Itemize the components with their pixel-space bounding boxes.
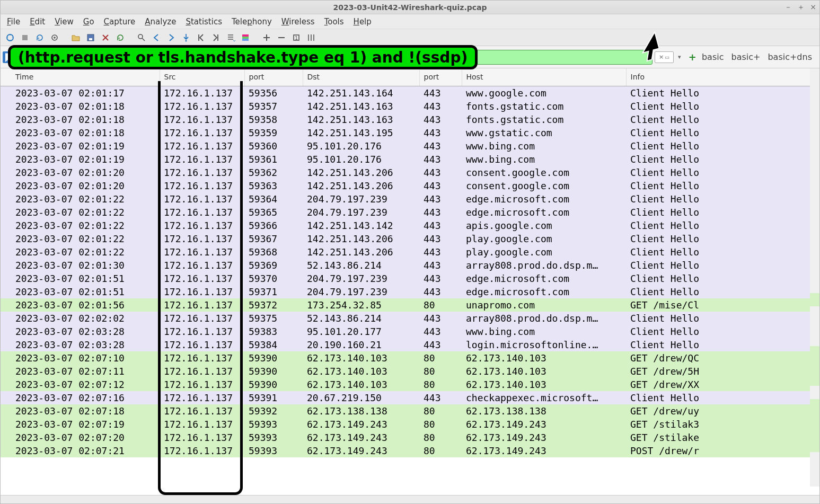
menu-telephony[interactable]: Telephony <box>227 15 276 29</box>
stop-capture-icon[interactable] <box>19 31 31 44</box>
cell: consent.google.com <box>462 179 626 192</box>
cell: apis.google.com <box>462 219 626 232</box>
vertical-scrollbar-track[interactable] <box>810 68 819 487</box>
packet-row[interactable]: 2023-03-07 02:07:18172.16.1.1375939262.1… <box>1 404 819 418</box>
packet-row[interactable]: 2023-03-07 02:07:16172.16.1.1375939120.6… <box>1 391 819 404</box>
cell: 443 <box>419 86 462 100</box>
column-header-time[interactable]: Time <box>1 68 160 86</box>
cell: 443 <box>419 179 462 192</box>
go-back-icon[interactable] <box>150 31 163 44</box>
cell: consent.google.com <box>462 166 626 179</box>
filter-preset-basicplusdns[interactable]: basic+dns <box>768 52 812 62</box>
cell: 2023-03-07 02:07:10 <box>1 351 160 365</box>
cell: 52.143.86.214 <box>303 312 419 325</box>
column-header-dst[interactable]: Dst <box>303 68 419 86</box>
packet-row[interactable]: 2023-03-07 02:02:02172.16.1.1375937552.1… <box>1 312 819 325</box>
packet-row[interactable]: 2023-03-07 02:01:22172.16.1.13759366142.… <box>1 219 819 232</box>
packet-row[interactable]: 2023-03-07 02:01:18172.16.1.13759359142.… <box>1 126 819 139</box>
menu-capture[interactable]: Capture <box>100 15 140 29</box>
filter-preset-basic[interactable]: basic <box>702 52 724 62</box>
packet-row[interactable]: 2023-03-07 02:01:19172.16.1.1375936095.1… <box>1 139 819 153</box>
zoom-out-icon[interactable] <box>275 31 288 44</box>
zoom-in-icon[interactable] <box>260 31 273 44</box>
packet-row[interactable]: 2023-03-07 02:07:19172.16.1.1375939362.1… <box>1 418 819 431</box>
restart-capture-icon[interactable] <box>33 31 46 44</box>
cell: 172.16.1.137 <box>160 153 244 166</box>
filter-bookmark-button[interactable] <box>3 51 13 63</box>
packet-row[interactable]: 2023-03-07 02:07:20172.16.1.1375939362.1… <box>1 431 819 444</box>
packet-row[interactable]: 2023-03-07 02:01:22172.16.1.13759364204.… <box>1 192 819 206</box>
cell: 2023-03-07 02:01:18 <box>1 126 160 139</box>
menu-tools[interactable]: Tools <box>320 15 348 29</box>
menu-view[interactable]: View <box>50 15 78 29</box>
window-title: 2023-03-Unit42-Wireshark-quiz.pcap <box>1 3 819 12</box>
cell: edge.microsoft.com <box>462 285 626 298</box>
cell: 142.251.143.195 <box>303 126 419 139</box>
menu-help[interactable]: Help <box>349 15 376 29</box>
resize-columns-icon[interactable] <box>305 31 318 44</box>
packet-row[interactable]: 2023-03-07 02:01:19172.16.1.1375936195.1… <box>1 153 819 166</box>
menu-go[interactable]: Go <box>79 15 99 29</box>
horizontal-scrollbar[interactable] <box>1 495 819 503</box>
maximize-button[interactable]: ＋ <box>797 3 805 12</box>
column-header-src[interactable]: Src <box>160 68 244 86</box>
column-header-port[interactable]: port <box>244 68 303 86</box>
packet-row[interactable]: 2023-03-07 02:03:28172.16.1.1375938420.1… <box>1 338 819 351</box>
menu-wireless[interactable]: Wireless <box>277 15 319 29</box>
display-filter-input[interactable] <box>15 50 653 65</box>
menu-file[interactable]: File <box>3 15 24 29</box>
packet-table[interactable]: TimeSrcportDstportHostInfo 2023-03-07 02… <box>1 68 819 457</box>
packet-row[interactable]: 2023-03-07 02:01:51172.16.1.13759371204.… <box>1 285 819 298</box>
packet-row[interactable]: 2023-03-07 02:01:30172.16.1.1375936952.1… <box>1 259 819 272</box>
packet-row[interactable]: 2023-03-07 02:01:18172.16.1.13759357142.… <box>1 100 819 113</box>
close-file-icon[interactable] <box>99 31 112 44</box>
cell: fonts.gstatic.com <box>462 100 626 113</box>
menu-analyze[interactable]: Analyze <box>140 15 180 29</box>
capture-options-icon[interactable] <box>48 31 61 44</box>
packet-row[interactable]: 2023-03-07 02:01:17172.16.1.13759356142.… <box>1 86 819 100</box>
first-packet-icon[interactable] <box>195 31 207 44</box>
open-file-icon[interactable] <box>69 31 82 44</box>
packet-row[interactable]: 2023-03-07 02:01:22172.16.1.13759365204.… <box>1 206 819 219</box>
save-file-icon[interactable] <box>84 31 97 44</box>
menu-statistics[interactable]: Statistics <box>181 15 226 29</box>
minimize-button[interactable]: － <box>784 3 792 12</box>
cell: 172.16.1.137 <box>160 365 244 378</box>
cell: Client Hello <box>626 126 819 139</box>
filter-history-dropdown[interactable]: ▾ <box>676 54 683 60</box>
cell: 443 <box>419 259 462 272</box>
close-window-button[interactable]: × <box>810 3 816 12</box>
packet-list-pane[interactable]: TimeSrcportDstportHostInfo 2023-03-07 02… <box>1 68 819 495</box>
packet-row[interactable]: 2023-03-07 02:03:28172.16.1.1375938395.1… <box>1 325 819 338</box>
packet-row[interactable]: 2023-03-07 02:01:51172.16.1.13759370204.… <box>1 272 819 285</box>
packet-row[interactable]: 2023-03-07 02:01:56172.16.1.13759372173.… <box>1 298 819 312</box>
cell: 443 <box>419 100 462 113</box>
find-packet-icon[interactable] <box>135 31 148 44</box>
packet-row[interactable]: 2023-03-07 02:07:21172.16.1.1375939362.1… <box>1 444 819 457</box>
column-header-host[interactable]: Host <box>462 68 626 86</box>
go-to-packet-icon[interactable] <box>180 31 192 44</box>
filter-add-button[interactable]: + <box>685 51 700 63</box>
cell: 443 <box>419 166 462 179</box>
cell: 172.16.1.137 <box>160 404 244 418</box>
reload-icon[interactable] <box>114 31 127 44</box>
colorize-icon[interactable] <box>239 31 252 44</box>
zoom-reset-icon[interactable]: 1 <box>290 31 303 44</box>
cell: Client Hello <box>626 232 819 245</box>
packet-row[interactable]: 2023-03-07 02:07:11172.16.1.1375939062.1… <box>1 365 819 378</box>
packet-row[interactable]: 2023-03-07 02:01:22172.16.1.13759368142.… <box>1 245 819 259</box>
filter-preset-basicplus[interactable]: basic+ <box>731 52 760 62</box>
packet-row[interactable]: 2023-03-07 02:01:20172.16.1.13759363142.… <box>1 179 819 192</box>
packet-row[interactable]: 2023-03-07 02:01:18172.16.1.13759358142.… <box>1 113 819 126</box>
packet-row[interactable]: 2023-03-07 02:01:22172.16.1.13759367142.… <box>1 232 819 245</box>
auto-scroll-icon[interactable] <box>224 31 237 44</box>
packet-row[interactable]: 2023-03-07 02:07:10172.16.1.1375939062.1… <box>1 351 819 365</box>
menu-edit[interactable]: Edit <box>25 15 49 29</box>
last-packet-icon[interactable] <box>209 31 222 44</box>
column-header-info[interactable]: Info <box>626 68 819 86</box>
packet-row[interactable]: 2023-03-07 02:01:20172.16.1.13759362142.… <box>1 166 819 179</box>
go-forward-icon[interactable] <box>165 31 178 44</box>
start-capture-icon[interactable] <box>4 31 16 44</box>
packet-row[interactable]: 2023-03-07 02:07:12172.16.1.1375939062.1… <box>1 378 819 391</box>
column-header-port[interactable]: port <box>419 68 462 86</box>
